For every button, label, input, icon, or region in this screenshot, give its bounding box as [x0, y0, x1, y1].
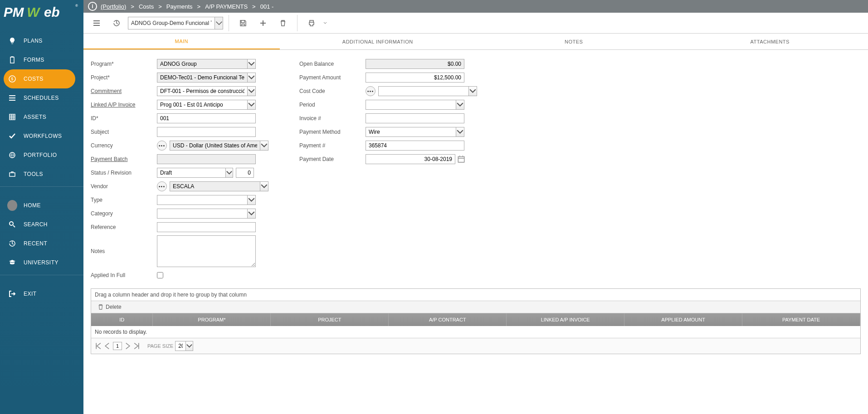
- batch-label[interactable]: Payment Batch: [91, 156, 154, 162]
- pager-next[interactable]: [124, 342, 131, 350]
- tab-main[interactable]: MAIN: [83, 34, 280, 49]
- status-field[interactable]: [157, 168, 225, 177]
- sidebar-item-home[interactable]: HOME: [0, 196, 83, 215]
- chevron-down-icon[interactable]: [247, 209, 255, 218]
- id-field[interactable]: [157, 113, 256, 123]
- vendor-label: Vendor: [91, 183, 154, 190]
- reference-field[interactable]: [157, 222, 256, 232]
- project-selector-input[interactable]: [128, 17, 215, 29]
- menu-icon: [7, 93, 17, 103]
- sidebar-item-search[interactable]: SEARCH: [0, 215, 83, 234]
- col-applied-amount[interactable]: APPLIED AMOUNT: [624, 313, 742, 326]
- program-label: Program*: [91, 61, 154, 67]
- col-id[interactable]: ID: [91, 313, 153, 326]
- status-revision-field[interactable]: [236, 168, 254, 178]
- pager-prev[interactable]: [104, 342, 111, 350]
- project-field[interactable]: [157, 73, 247, 82]
- sidebar-item-tools[interactable]: TOOLS: [0, 165, 83, 184]
- currency-field[interactable]: [170, 141, 260, 150]
- method-field[interactable]: [366, 127, 456, 136]
- tab-additional-information[interactable]: ADDITIONAL INFORMATION: [280, 34, 476, 49]
- sidebar-item-forms[interactable]: FORMS: [0, 50, 83, 69]
- avatar-icon: [7, 200, 17, 210]
- chevron-down-icon[interactable]: [468, 87, 477, 96]
- svg-text:®: ®: [75, 4, 78, 8]
- program-field[interactable]: [157, 59, 247, 68]
- project-selector[interactable]: [128, 17, 223, 29]
- payno-label: Payment #: [299, 142, 363, 149]
- vendor-lookup-button[interactable]: •••: [157, 181, 167, 191]
- sidebar-item-portfolio[interactable]: PORTFOLIO: [0, 146, 83, 165]
- delete-button[interactable]: [274, 15, 292, 31]
- chevron-down-icon[interactable]: [456, 100, 464, 109]
- subject-field[interactable]: [157, 127, 256, 137]
- sidebar-item-exit[interactable]: EXIT: [0, 284, 83, 303]
- costcode-field[interactable]: [379, 87, 468, 96]
- calendar-icon[interactable]: [457, 155, 465, 163]
- sidebar-item-schedules[interactable]: SCHEDULES: [0, 88, 83, 107]
- chevron-down-icon[interactable]: [247, 73, 255, 82]
- amount-field[interactable]: [366, 73, 464, 83]
- invoice-field[interactable]: [366, 113, 464, 123]
- period-field[interactable]: [366, 100, 456, 109]
- page-size-label: PAGE SIZE: [147, 343, 173, 349]
- grid-group-hint[interactable]: Drag a column header and drop it here to…: [91, 289, 860, 301]
- pager-page-input[interactable]: [113, 342, 122, 350]
- sidebar-item-plans[interactable]: PLANS: [0, 31, 83, 50]
- pager-last[interactable]: [133, 342, 140, 350]
- sidebar-item-label: RECENT: [24, 240, 47, 247]
- add-button[interactable]: [254, 15, 272, 31]
- payno-field[interactable]: [366, 141, 464, 151]
- chevron-down-icon[interactable]: [247, 59, 255, 68]
- page-size-input[interactable]: [176, 341, 185, 351]
- sidebar-item-university[interactable]: UNIVERSITY: [0, 253, 83, 272]
- linked-field[interactable]: [157, 100, 247, 109]
- currency-lookup-button[interactable]: •••: [157, 141, 167, 151]
- commitment-label[interactable]: Commitment: [91, 88, 154, 94]
- sidebar-item-label: COSTS: [24, 76, 44, 82]
- notes-field[interactable]: [157, 235, 256, 267]
- chevron-down-icon[interactable]: [260, 141, 268, 150]
- chevron-down-icon[interactable]: [247, 87, 255, 96]
- list-view-button[interactable]: [88, 15, 105, 31]
- category-field[interactable]: [157, 209, 247, 218]
- batch-field[interactable]: [157, 154, 256, 164]
- col-linked-a-p-invoice[interactable]: LINKED A/P INVOICE: [507, 313, 624, 326]
- print-button[interactable]: [303, 15, 320, 31]
- info-icon[interactable]: i: [88, 2, 97, 11]
- sidebar-item-workflows[interactable]: WORKFLOWS: [0, 127, 83, 146]
- save-button[interactable]: [234, 15, 252, 31]
- col-payment-date[interactable]: PAYMENT DATE: [742, 313, 860, 326]
- exit-icon: [7, 289, 17, 299]
- tab-notes[interactable]: NOTES: [476, 34, 672, 49]
- print-dropdown[interactable]: [323, 19, 327, 27]
- chevron-down-icon[interactable]: [185, 341, 193, 351]
- paydate-field[interactable]: [366, 154, 455, 164]
- chevron-down-icon[interactable]: [225, 168, 233, 177]
- col-program-[interactable]: PROGRAM*: [153, 313, 271, 326]
- chevron-down-icon[interactable]: [456, 127, 464, 136]
- chevron-down-icon[interactable]: [215, 17, 223, 29]
- bc-portfolio[interactable]: (Portfolio): [101, 3, 126, 10]
- history-button[interactable]: [108, 15, 125, 31]
- invoice-label: Invoice #: [299, 115, 363, 122]
- chevron-down-icon[interactable]: [247, 100, 255, 109]
- grid-delete-button[interactable]: Delete: [95, 303, 124, 311]
- commitment-field[interactable]: [157, 87, 247, 96]
- col-project[interactable]: PROJECT: [271, 313, 389, 326]
- pager-first[interactable]: [95, 342, 102, 350]
- vendor-field[interactable]: [170, 182, 260, 191]
- chevron-down-icon[interactable]: [247, 195, 255, 205]
- bc-id: 001 -: [260, 3, 274, 10]
- sidebar-item-costs[interactable]: $COSTS: [0, 69, 83, 88]
- col-a-p-contract[interactable]: A/P CONTRACT: [389, 313, 507, 326]
- costcode-lookup-button[interactable]: •••: [366, 86, 375, 96]
- applied-checkbox[interactable]: [157, 272, 163, 278]
- sidebar-item-assets[interactable]: ASSETS: [0, 107, 83, 127]
- grid-icon: [7, 112, 17, 122]
- chevron-down-icon[interactable]: [260, 182, 268, 191]
- sidebar-item-recent[interactable]: RECENT: [0, 234, 83, 253]
- tab-attachments[interactable]: ATTACHMENTS: [672, 34, 868, 49]
- linked-label[interactable]: Linked A/P Invoice: [91, 102, 154, 108]
- type-field[interactable]: [157, 195, 247, 205]
